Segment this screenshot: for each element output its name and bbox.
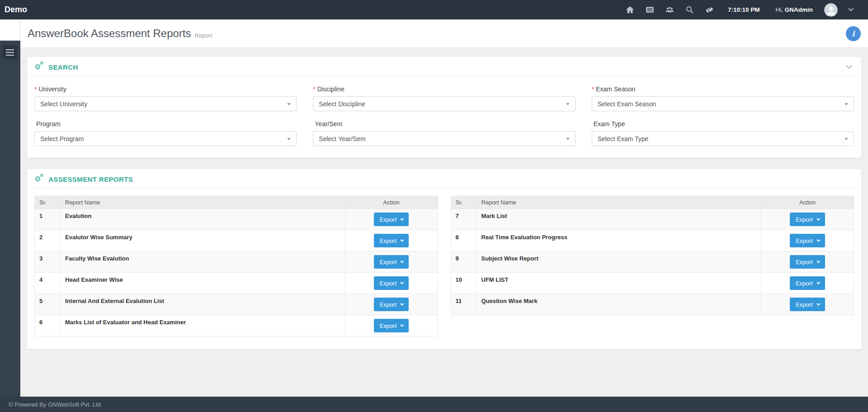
brand-logo[interactable]: Demo [0, 5, 27, 14]
search-form: *University Select University *Disciplin… [27, 76, 861, 158]
table-row: 10 UFM LIST Export [451, 273, 854, 294]
report-sr: 3 [35, 251, 61, 273]
export-button[interactable]: Export [374, 319, 409, 332]
table-row: 6 Marks List of Evaluator and Head Exami… [35, 315, 438, 336]
report-action-cell: Export [761, 273, 854, 294]
table-row: 8 Real Time Evaluation Progress Export [451, 230, 854, 251]
export-button[interactable]: Export [790, 234, 825, 247]
user-greeting[interactable]: Hi, GNAdmin [775, 6, 813, 13]
program-select[interactable]: Select Program [34, 131, 297, 146]
report-sr: 6 [35, 315, 61, 336]
tags-icon[interactable] [705, 5, 714, 14]
reports-table-left: Sr. Report Name Action 1 Evalution Expor… [34, 196, 438, 336]
column-header-report-name: Report Name [476, 196, 761, 209]
report-name: Marks List of Evaluator and Head Examine… [61, 315, 345, 336]
main-content: ⚙⚙ SEARCH *University Select University … [20, 47, 868, 397]
home-icon[interactable] [626, 5, 634, 14]
column-header-report-name: Report Name [61, 196, 345, 209]
chevron-down-icon [287, 138, 291, 140]
report-sr: 4 [35, 273, 61, 294]
sidebar-logo-box [0, 19, 20, 41]
university-select[interactable]: Select University [34, 96, 297, 111]
report-action-cell: Export [345, 230, 438, 251]
report-sr: 2 [35, 230, 61, 251]
exam-season-select[interactable]: Select Exam Season [592, 96, 854, 111]
chevron-down-icon [816, 238, 820, 242]
table-row: 9 Subject Wise Report Export [451, 251, 854, 273]
sidebar-toggle-button[interactable] [3, 45, 17, 59]
report-name: Evalutor Wise Summary [61, 230, 345, 251]
collapse-chevron-icon[interactable] [846, 62, 852, 69]
field-label: Exam Type [592, 120, 854, 128]
search-icon[interactable] [685, 5, 694, 14]
export-button[interactable]: Export [374, 213, 409, 226]
export-button[interactable]: Export [790, 298, 825, 311]
chevron-down-icon [844, 103, 848, 105]
page-title: AnswerBook Assessment Reports [28, 27, 191, 40]
report-action-cell: Export [345, 209, 438, 230]
reports-panel-title: ASSESSMENT REPORTS [48, 175, 133, 183]
report-sr: 9 [451, 251, 476, 273]
column-header-sr: Sr. [35, 196, 61, 209]
report-tables: Sr. Report Name Action 1 Evalution Expor… [27, 189, 861, 349]
avatar[interactable] [824, 3, 838, 17]
chevron-down-icon [400, 302, 404, 305]
report-sr: 1 [35, 209, 61, 230]
export-button[interactable]: Export [790, 276, 825, 290]
report-sr: 11 [451, 294, 476, 315]
footer: © Powered By GNWebSoft Pvt. Ltd. [0, 397, 868, 412]
form-field: *University Select University [34, 85, 297, 111]
table-row: 7 Mark List Export [451, 209, 854, 230]
report-sr: 8 [451, 230, 476, 251]
report-action-cell: Export [345, 251, 438, 273]
export-button[interactable]: Export [790, 255, 825, 269]
table-row: 5 Internal And External Evalution List E… [35, 294, 438, 315]
chevron-down-icon[interactable] [848, 6, 853, 11]
chevron-down-icon [566, 103, 570, 105]
year-sem-select[interactable]: Select Year/Sem [313, 131, 575, 146]
reports-panel-header: ⚙⚙ ASSESSMENT REPORTS [27, 169, 861, 189]
reports-table-right: Sr. Report Name Action 7 Mark List Expor… [451, 196, 854, 315]
chevron-down-icon [816, 302, 820, 305]
report-action-cell: Export [761, 251, 854, 273]
export-button[interactable]: Export [374, 298, 409, 311]
page-subtitle: Report [195, 28, 212, 39]
field-label: Program [34, 120, 297, 128]
chevron-down-icon [816, 259, 820, 263]
exam-type-select[interactable]: Select Exam Type [592, 131, 854, 146]
report-name: UFM LIST [476, 273, 761, 294]
export-button[interactable]: Export [374, 234, 409, 247]
form-field: *Discipline Select Discipline [313, 85, 575, 111]
chevron-down-icon [816, 217, 820, 220]
users-icon[interactable] [665, 5, 674, 14]
report-name: Internal And External Evalution List [61, 294, 345, 315]
report-action-cell: Export [345, 273, 438, 294]
chevron-down-icon [400, 238, 404, 242]
table-row: 1 Evalution Export [35, 209, 438, 230]
list-icon[interactable] [646, 5, 654, 14]
required-asterisk: * [34, 85, 37, 93]
chevron-down-icon [400, 259, 404, 263]
export-button[interactable]: Export [374, 276, 409, 290]
sidebar [0, 41, 20, 397]
form-field: Exam Type Select Exam Type [592, 120, 854, 146]
column-header-sr: Sr. [451, 196, 476, 209]
username: GNAdmin [785, 6, 813, 13]
report-name: Evalution [61, 209, 345, 230]
report-name: Head Examiner Wise [61, 273, 345, 294]
table-row: 2 Evalutor Wise Summary Export [35, 230, 438, 251]
cogs-icon: ⚙⚙ [34, 63, 44, 71]
export-button[interactable]: Export [790, 213, 825, 226]
chevron-down-icon [844, 138, 848, 140]
discipline-select[interactable]: Select Discipline [313, 96, 575, 111]
export-button[interactable]: Export [374, 255, 409, 269]
info-button[interactable]: i [846, 26, 861, 41]
chevron-down-icon [816, 280, 820, 284]
table-row: 11 Question Wise Mark Export [451, 294, 854, 315]
report-name: Subject Wise Report [476, 251, 761, 273]
report-action-cell: Export [345, 294, 438, 315]
clock-time: 7:10:10 PM [728, 6, 760, 13]
table-row: 3 Faculty Wise Evalution Export [35, 251, 438, 273]
search-panel-header: ⚙⚙ SEARCH [27, 57, 861, 76]
field-label: *Discipline [313, 85, 575, 93]
